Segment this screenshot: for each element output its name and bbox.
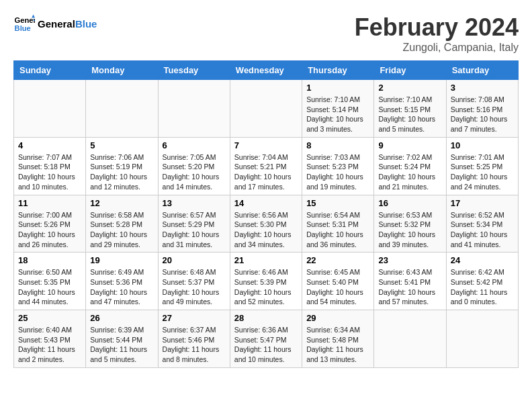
day-info: Sunrise: 6:37 AM Sunset: 5:46 PM Dayligh… [163, 325, 226, 365]
day-number: 14 [234, 198, 298, 208]
day-number: 2 [378, 83, 441, 93]
day-number: 27 [163, 313, 226, 323]
logo: General Blue GeneralBlue [13, 13, 97, 35]
day-number: 19 [90, 255, 153, 265]
header: General Blue GeneralBlue February 2024 Z… [13, 13, 519, 54]
calendar-cell [86, 80, 158, 138]
day-info: Sunrise: 6:48 AM Sunset: 5:37 PM Dayligh… [163, 267, 226, 307]
day-info: Sunrise: 7:10 AM Sunset: 5:14 PM Dayligh… [306, 95, 369, 134]
day-info: Sunrise: 7:07 AM Sunset: 5:18 PM Dayligh… [18, 152, 81, 192]
calendar-cell: 12Sunrise: 6:58 AM Sunset: 5:28 PM Dayli… [86, 195, 158, 253]
day-info: Sunrise: 6:45 AM Sunset: 5:40 PM Dayligh… [306, 267, 369, 307]
weekday-header-saturday: Saturday [446, 61, 518, 80]
calendar-cell: 24Sunrise: 6:42 AM Sunset: 5:42 PM Dayli… [446, 253, 518, 310]
calendar-cell: 16Sunrise: 6:53 AM Sunset: 5:32 PM Dayli… [374, 195, 446, 253]
day-info: Sunrise: 6:43 AM Sunset: 5:41 PM Dayligh… [378, 267, 441, 307]
calendar-cell: 7Sunrise: 7:04 AM Sunset: 5:21 PM Daylig… [230, 137, 302, 195]
day-number: 17 [451, 198, 514, 208]
day-number: 23 [378, 255, 441, 265]
weekday-header-tuesday: Tuesday [158, 61, 230, 80]
weekday-header-monday: Monday [86, 61, 158, 80]
logo-blue: Blue [75, 18, 97, 30]
calendar-cell: 18Sunrise: 6:50 AM Sunset: 5:35 PM Dayli… [14, 253, 86, 310]
day-info: Sunrise: 7:00 AM Sunset: 5:26 PM Dayligh… [18, 210, 81, 250]
calendar-cell: 25Sunrise: 6:40 AM Sunset: 5:43 PM Dayli… [14, 310, 86, 368]
day-number: 13 [163, 198, 226, 208]
day-info: Sunrise: 7:10 AM Sunset: 5:15 PM Dayligh… [378, 95, 441, 134]
calendar-cell: 28Sunrise: 6:36 AM Sunset: 5:47 PM Dayli… [230, 310, 302, 368]
calendar-cell [14, 80, 86, 138]
weekday-header-sunday: Sunday [14, 61, 86, 80]
day-number: 6 [163, 140, 226, 150]
title-area: February 2024 Zungoli, Campania, Italy [355, 13, 519, 54]
calendar-cell: 4Sunrise: 7:07 AM Sunset: 5:18 PM Daylig… [14, 137, 86, 195]
week-row-4: 18Sunrise: 6:50 AM Sunset: 5:35 PM Dayli… [14, 253, 519, 310]
day-number: 7 [234, 140, 298, 150]
day-number: 5 [90, 140, 153, 150]
day-number: 8 [306, 140, 369, 150]
day-info: Sunrise: 6:54 AM Sunset: 5:31 PM Dayligh… [306, 210, 369, 250]
day-info: Sunrise: 6:40 AM Sunset: 5:43 PM Dayligh… [18, 325, 81, 365]
calendar-cell: 10Sunrise: 7:01 AM Sunset: 5:25 PM Dayli… [446, 137, 518, 195]
week-row-5: 25Sunrise: 6:40 AM Sunset: 5:43 PM Dayli… [14, 310, 519, 368]
day-info: Sunrise: 6:57 AM Sunset: 5:29 PM Dayligh… [163, 210, 226, 250]
week-row-1: 1Sunrise: 7:10 AM Sunset: 5:14 PM Daylig… [14, 80, 519, 138]
day-info: Sunrise: 6:50 AM Sunset: 5:35 PM Dayligh… [18, 267, 81, 307]
svg-text:Blue: Blue [15, 24, 31, 32]
day-number: 18 [18, 255, 81, 265]
calendar-cell: 20Sunrise: 6:48 AM Sunset: 5:37 PM Dayli… [158, 253, 230, 310]
weekday-header-thursday: Thursday [302, 61, 374, 80]
day-number: 29 [306, 313, 369, 323]
day-info: Sunrise: 6:52 AM Sunset: 5:34 PM Dayligh… [451, 210, 514, 250]
day-number: 15 [306, 198, 369, 208]
calendar-cell: 27Sunrise: 6:37 AM Sunset: 5:46 PM Dayli… [158, 310, 230, 368]
calendar-cell: 17Sunrise: 6:52 AM Sunset: 5:34 PM Dayli… [446, 195, 518, 253]
location-subtitle: Zungoli, Campania, Italy [355, 42, 519, 54]
day-number: 9 [378, 140, 441, 150]
calendar-cell: 19Sunrise: 6:49 AM Sunset: 5:36 PM Dayli… [86, 253, 158, 310]
calendar-cell: 3Sunrise: 7:08 AM Sunset: 5:16 PM Daylig… [446, 80, 518, 138]
day-info: Sunrise: 6:56 AM Sunset: 5:30 PM Dayligh… [234, 210, 298, 250]
day-info: Sunrise: 7:02 AM Sunset: 5:24 PM Dayligh… [378, 152, 441, 192]
calendar-cell: 21Sunrise: 6:46 AM Sunset: 5:39 PM Dayli… [230, 253, 302, 310]
calendar-cell: 13Sunrise: 6:57 AM Sunset: 5:29 PM Dayli… [158, 195, 230, 253]
day-number: 26 [90, 313, 153, 323]
calendar-cell: 6Sunrise: 7:05 AM Sunset: 5:20 PM Daylig… [158, 137, 230, 195]
day-info: Sunrise: 7:08 AM Sunset: 5:16 PM Dayligh… [451, 95, 514, 134]
day-info: Sunrise: 7:04 AM Sunset: 5:21 PM Dayligh… [234, 152, 298, 192]
day-number: 16 [378, 198, 441, 208]
calendar-cell: 14Sunrise: 6:56 AM Sunset: 5:30 PM Dayli… [230, 195, 302, 253]
weekday-header-row: SundayMondayTuesdayWednesdayThursdayFrid… [14, 61, 519, 80]
day-info: Sunrise: 7:05 AM Sunset: 5:20 PM Dayligh… [163, 152, 226, 192]
day-number: 21 [234, 255, 298, 265]
day-number: 3 [451, 83, 514, 93]
calendar-cell: 1Sunrise: 7:10 AM Sunset: 5:14 PM Daylig… [302, 80, 374, 138]
day-info: Sunrise: 7:03 AM Sunset: 5:23 PM Dayligh… [306, 152, 369, 192]
day-number: 20 [163, 255, 226, 265]
logo-icon: General Blue [13, 13, 35, 35]
day-info: Sunrise: 6:34 AM Sunset: 5:48 PM Dayligh… [306, 325, 369, 365]
calendar-cell [374, 310, 446, 368]
day-number: 24 [451, 255, 514, 265]
calendar-cell [446, 310, 518, 368]
week-row-2: 4Sunrise: 7:07 AM Sunset: 5:18 PM Daylig… [14, 137, 519, 195]
day-info: Sunrise: 7:06 AM Sunset: 5:19 PM Dayligh… [90, 152, 153, 192]
calendar-cell: 2Sunrise: 7:10 AM Sunset: 5:15 PM Daylig… [374, 80, 446, 138]
calendar-cell: 9Sunrise: 7:02 AM Sunset: 5:24 PM Daylig… [374, 137, 446, 195]
calendar-cell: 26Sunrise: 6:39 AM Sunset: 5:44 PM Dayli… [86, 310, 158, 368]
calendar-cell: 22Sunrise: 6:45 AM Sunset: 5:40 PM Dayli… [302, 253, 374, 310]
calendar-cell: 23Sunrise: 6:43 AM Sunset: 5:41 PM Dayli… [374, 253, 446, 310]
logo-general: General [38, 18, 75, 30]
calendar-cell: 11Sunrise: 7:00 AM Sunset: 5:26 PM Dayli… [14, 195, 86, 253]
day-number: 12 [90, 198, 153, 208]
day-info: Sunrise: 6:53 AM Sunset: 5:32 PM Dayligh… [378, 210, 441, 250]
day-info: Sunrise: 6:42 AM Sunset: 5:42 PM Dayligh… [451, 267, 514, 307]
week-row-3: 11Sunrise: 7:00 AM Sunset: 5:26 PM Dayli… [14, 195, 519, 253]
calendar-table: SundayMondayTuesdayWednesdayThursdayFrid… [13, 60, 519, 368]
day-info: Sunrise: 6:39 AM Sunset: 5:44 PM Dayligh… [90, 325, 153, 365]
day-info: Sunrise: 6:49 AM Sunset: 5:36 PM Dayligh… [90, 267, 153, 307]
calendar-cell: 15Sunrise: 6:54 AM Sunset: 5:31 PM Dayli… [302, 195, 374, 253]
weekday-header-wednesday: Wednesday [230, 61, 302, 80]
day-number: 11 [18, 198, 81, 208]
day-number: 1 [306, 83, 369, 93]
